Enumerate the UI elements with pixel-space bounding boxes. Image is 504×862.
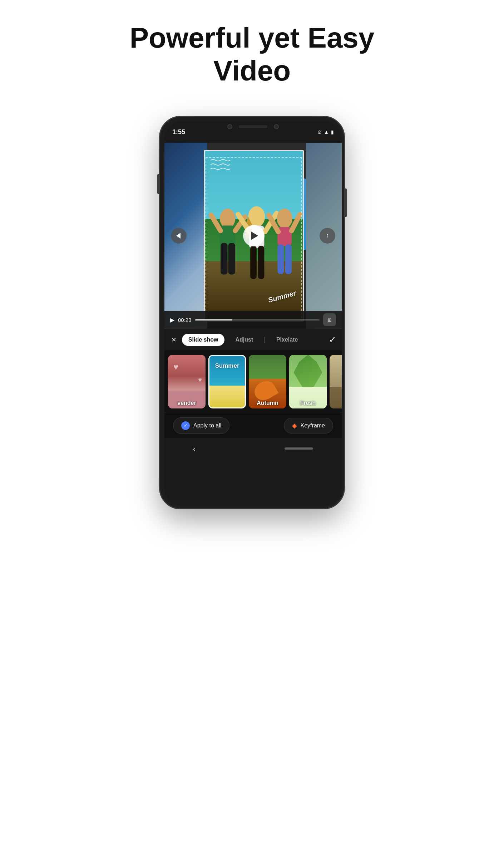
camera-dot-left xyxy=(227,124,232,129)
theme-card-autumn[interactable]: Autumn xyxy=(249,355,286,408)
phone-nav-bar: ‹ xyxy=(164,438,342,459)
play-triangle-icon xyxy=(251,231,258,240)
theme-label-autumn: Autumn xyxy=(249,398,286,408)
notch-area xyxy=(227,124,279,129)
battery-icon: ▮ xyxy=(331,129,334,135)
svg-rect-3 xyxy=(228,243,236,274)
summer-card-text: Summer xyxy=(215,362,239,369)
svg-rect-14 xyxy=(278,244,284,274)
svg-rect-2 xyxy=(221,243,228,274)
speaker xyxy=(239,125,267,128)
apply-check-icon: ✓ xyxy=(181,421,190,430)
video-preview-area: Summer ↑ xyxy=(164,143,342,329)
wifi-icon: ▲ xyxy=(324,129,329,135)
svg-line-4 xyxy=(211,215,221,231)
close-button[interactable]: × xyxy=(170,334,178,346)
confirm-button[interactable]: ✓ xyxy=(329,335,336,345)
phone-screen: 1:55 ⊙ ▲ ▮ xyxy=(164,121,342,506)
timeline-progress xyxy=(195,319,233,320)
home-pill xyxy=(285,447,313,450)
share-button[interactable]: ↑ xyxy=(320,228,335,244)
theme-card-summer[interactable]: Summer Summer xyxy=(208,355,246,408)
compare-icon: ⊞ xyxy=(328,317,332,323)
tab-slideshow[interactable]: Slide show xyxy=(182,334,225,346)
compare-button[interactable]: ⊞ xyxy=(323,313,336,326)
wave-decoration xyxy=(211,159,230,170)
phone-shell: 1:55 ⊙ ▲ ▮ xyxy=(159,116,345,509)
share-icon: ↑ xyxy=(326,232,329,239)
heart-icon-1: ♥ xyxy=(173,362,178,372)
prev-button[interactable] xyxy=(171,228,187,244)
svg-rect-15 xyxy=(285,244,292,274)
diamond-icon: ◆ xyxy=(292,422,297,430)
tab-divider: | xyxy=(264,336,266,343)
theme-label-fresh: Fresh xyxy=(289,398,327,408)
display-icon: ⊙ xyxy=(317,129,322,135)
video-controls-bar: ▶ 00:23 ⊞ xyxy=(164,311,342,329)
svg-point-0 xyxy=(220,209,235,229)
status-time: 1:55 xyxy=(172,128,185,136)
tab-adjust[interactable]: Adjust xyxy=(229,334,260,346)
phone-device: 1:55 ⊙ ▲ ▮ xyxy=(159,116,345,509)
status-bar: 1:55 ⊙ ▲ ▮ xyxy=(164,121,342,143)
theme-label-lavender: vender xyxy=(168,398,206,408)
svg-line-17 xyxy=(292,214,300,231)
status-icons: ⊙ ▲ ▮ xyxy=(317,129,334,135)
theme-label-past: Pas xyxy=(330,398,342,408)
edit-toolbar: × Slide show Adjust | Pixelate ✓ xyxy=(164,329,342,350)
svg-point-12 xyxy=(277,209,292,229)
main-video-frame: Summer xyxy=(204,150,304,322)
svg-rect-8 xyxy=(250,246,257,279)
clock-icon: ⏱ xyxy=(341,366,342,382)
play-small-icon[interactable]: ▶ xyxy=(170,317,174,323)
tab-pixelate[interactable]: Pixelate xyxy=(270,334,304,346)
video-background: Summer xyxy=(205,151,303,320)
keyframe-label: Keyframe xyxy=(301,422,325,429)
heart-icon-2: ♥ xyxy=(198,376,202,384)
time-display: 00:23 xyxy=(178,317,192,323)
theme-card-lavender[interactable]: ♥ ♥ vender xyxy=(168,355,206,408)
keyframe-button[interactable]: ◆ Keyframe xyxy=(284,418,333,434)
apply-to-all-button[interactable]: ✓ Apply to all xyxy=(173,417,229,434)
play-button[interactable] xyxy=(243,225,265,246)
svg-rect-9 xyxy=(258,246,265,279)
page-title: Powerful yet Easy Video xyxy=(127,21,377,87)
back-nav-icon[interactable]: ‹ xyxy=(193,445,196,453)
theme-card-fresh[interactable]: Fresh xyxy=(289,355,327,408)
bottom-actions-bar: ✓ Apply to all ◆ Keyframe xyxy=(164,413,342,438)
timeline-bar[interactable] xyxy=(195,319,320,320)
themes-strip: ♥ ♥ vender Summer Summer xyxy=(164,350,342,413)
theme-card-past[interactable]: ⏱ Pas xyxy=(330,355,342,408)
camera-dot-right xyxy=(274,124,279,129)
chevron-left-icon xyxy=(176,233,181,239)
apply-to-all-label: Apply to all xyxy=(193,422,221,429)
